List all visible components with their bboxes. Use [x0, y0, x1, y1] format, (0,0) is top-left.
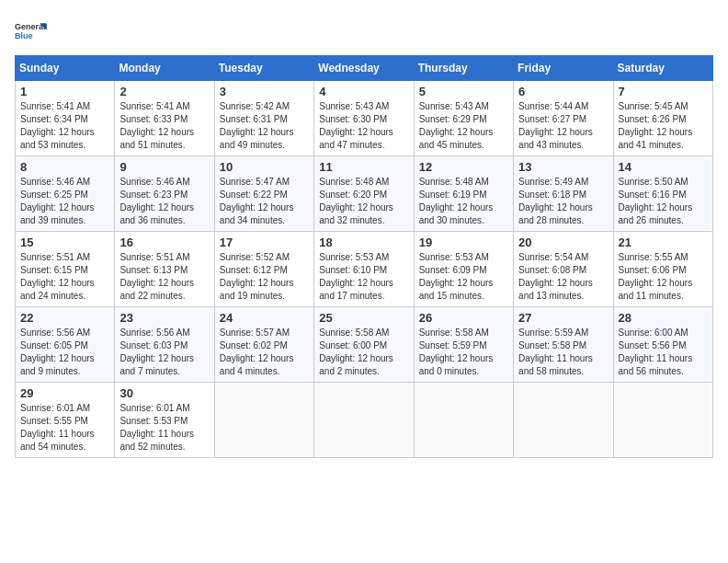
day-number: 6 [518, 85, 608, 98]
day-number: 19 [419, 236, 508, 249]
day-info: Sunrise: 5:59 AM Sunset: 5:58 PM Dayligh… [518, 327, 608, 378]
empty-cell [414, 383, 513, 458]
svg-text:General: General [15, 22, 46, 31]
day-number: 13 [518, 160, 608, 174]
day-number: 8 [20, 160, 109, 174]
empty-cell [314, 383, 414, 458]
day-info: Sunrise: 5:51 AM Sunset: 6:13 PM Dayligh… [119, 251, 209, 303]
day-number: 7 [619, 85, 708, 98]
logo-icon: GeneralBlue [15, 15, 48, 48]
header-friday: Friday [514, 56, 613, 81]
day-8: 8Sunrise: 5:46 AM Sunset: 6:25 PM Daylig… [16, 156, 115, 232]
empty-cell [214, 383, 313, 458]
day-info: Sunrise: 5:46 AM Sunset: 6:25 PM Dayligh… [20, 176, 109, 227]
logo: GeneralBlue [15, 15, 48, 48]
day-number: 2 [119, 85, 209, 98]
day-info: Sunrise: 5:52 AM Sunset: 6:12 PM Dayligh… [220, 251, 309, 303]
day-info: Sunrise: 5:53 AM Sunset: 6:10 PM Dayligh… [319, 251, 408, 303]
day-info: Sunrise: 5:58 AM Sunset: 6:00 PM Dayligh… [319, 327, 408, 378]
day-number: 21 [619, 236, 708, 249]
day-info: Sunrise: 5:56 AM Sunset: 6:03 PM Dayligh… [119, 327, 209, 378]
empty-cell [613, 383, 712, 458]
header-saturday: Saturday [613, 56, 712, 81]
day-number: 1 [20, 85, 109, 98]
day-number: 11 [319, 160, 408, 174]
calendar-header-row: SundayMondayTuesdayWednesdayThursdayFrid… [16, 56, 713, 81]
day-28: 28Sunrise: 6:00 AM Sunset: 5:56 PM Dayli… [613, 307, 712, 383]
header-monday: Monday [115, 56, 214, 81]
day-number: 27 [518, 311, 608, 325]
day-22: 22Sunrise: 5:56 AM Sunset: 6:05 PM Dayli… [16, 307, 115, 383]
day-number: 16 [119, 236, 209, 249]
day-11: 11Sunrise: 5:48 AM Sunset: 6:20 PM Dayli… [314, 156, 414, 232]
day-2: 2Sunrise: 5:41 AM Sunset: 6:33 PM Daylig… [115, 81, 214, 156]
day-info: Sunrise: 5:58 AM Sunset: 5:59 PM Dayligh… [419, 327, 508, 378]
day-27: 27Sunrise: 5:59 AM Sunset: 5:58 PM Dayli… [514, 307, 613, 383]
day-number: 20 [518, 236, 608, 249]
day-3: 3Sunrise: 5:42 AM Sunset: 6:31 PM Daylig… [214, 81, 313, 156]
day-info: Sunrise: 5:55 AM Sunset: 6:06 PM Dayligh… [619, 251, 708, 303]
day-number: 29 [20, 386, 109, 400]
svg-text:Blue: Blue [15, 31, 33, 40]
day-number: 15 [20, 236, 109, 249]
day-25: 25Sunrise: 5:58 AM Sunset: 6:00 PM Dayli… [314, 307, 414, 383]
day-info: Sunrise: 5:53 AM Sunset: 6:09 PM Dayligh… [419, 251, 508, 303]
day-6: 6Sunrise: 5:44 AM Sunset: 6:27 PM Daylig… [514, 81, 613, 156]
day-4: 4Sunrise: 5:43 AM Sunset: 6:30 PM Daylig… [314, 81, 414, 156]
day-number: 30 [119, 386, 209, 400]
page-header: GeneralBlue [15, 15, 713, 48]
calendar-table: SundayMondayTuesdayWednesdayThursdayFrid… [15, 55, 713, 458]
calendar-week-2: 8Sunrise: 5:46 AM Sunset: 6:25 PM Daylig… [16, 156, 713, 232]
header-sunday: Sunday [16, 56, 115, 81]
day-info: Sunrise: 5:44 AM Sunset: 6:27 PM Dayligh… [518, 100, 608, 152]
day-number: 3 [220, 85, 309, 98]
day-21: 21Sunrise: 5:55 AM Sunset: 6:06 PM Dayli… [613, 232, 712, 307]
calendar-week-4: 22Sunrise: 5:56 AM Sunset: 6:05 PM Dayli… [16, 307, 713, 383]
empty-cell [514, 383, 613, 458]
day-info: Sunrise: 5:47 AM Sunset: 6:22 PM Dayligh… [220, 176, 309, 227]
day-info: Sunrise: 5:46 AM Sunset: 6:23 PM Dayligh… [119, 176, 209, 227]
day-1: 1Sunrise: 5:41 AM Sunset: 6:34 PM Daylig… [16, 81, 115, 156]
day-info: Sunrise: 5:43 AM Sunset: 6:30 PM Dayligh… [319, 100, 408, 152]
day-number: 4 [319, 85, 408, 98]
day-number: 24 [220, 311, 309, 325]
day-info: Sunrise: 5:49 AM Sunset: 6:18 PM Dayligh… [518, 176, 608, 227]
day-number: 17 [220, 236, 309, 249]
day-info: Sunrise: 5:48 AM Sunset: 6:20 PM Dayligh… [319, 176, 408, 227]
day-number: 14 [619, 160, 708, 174]
day-15: 15Sunrise: 5:51 AM Sunset: 6:15 PM Dayli… [16, 232, 115, 307]
header-thursday: Thursday [414, 56, 513, 81]
day-12: 12Sunrise: 5:48 AM Sunset: 6:19 PM Dayli… [414, 156, 513, 232]
day-10: 10Sunrise: 5:47 AM Sunset: 6:22 PM Dayli… [214, 156, 313, 232]
header-tuesday: Tuesday [214, 56, 313, 81]
day-info: Sunrise: 5:42 AM Sunset: 6:31 PM Dayligh… [220, 100, 309, 152]
day-info: Sunrise: 5:45 AM Sunset: 6:26 PM Dayligh… [619, 100, 708, 152]
day-info: Sunrise: 5:51 AM Sunset: 6:15 PM Dayligh… [20, 251, 109, 303]
day-29: 29Sunrise: 6:01 AM Sunset: 5:55 PM Dayli… [16, 383, 115, 458]
day-20: 20Sunrise: 5:54 AM Sunset: 6:08 PM Dayli… [514, 232, 613, 307]
day-9: 9Sunrise: 5:46 AM Sunset: 6:23 PM Daylig… [115, 156, 214, 232]
calendar-week-3: 15Sunrise: 5:51 AM Sunset: 6:15 PM Dayli… [16, 232, 713, 307]
day-info: Sunrise: 5:41 AM Sunset: 6:34 PM Dayligh… [20, 100, 109, 152]
day-info: Sunrise: 5:56 AM Sunset: 6:05 PM Dayligh… [20, 327, 109, 378]
day-info: Sunrise: 5:54 AM Sunset: 6:08 PM Dayligh… [518, 251, 608, 303]
day-30: 30Sunrise: 6:01 AM Sunset: 5:53 PM Dayli… [115, 383, 214, 458]
day-number: 22 [20, 311, 109, 325]
day-number: 25 [319, 311, 408, 325]
header-wednesday: Wednesday [314, 56, 414, 81]
day-17: 17Sunrise: 5:52 AM Sunset: 6:12 PM Dayli… [214, 232, 313, 307]
day-info: Sunrise: 6:01 AM Sunset: 5:55 PM Dayligh… [20, 402, 109, 454]
day-number: 23 [119, 311, 209, 325]
day-info: Sunrise: 5:48 AM Sunset: 6:19 PM Dayligh… [419, 176, 508, 227]
day-number: 5 [419, 85, 508, 98]
day-number: 10 [220, 160, 309, 174]
day-5: 5Sunrise: 5:43 AM Sunset: 6:29 PM Daylig… [414, 81, 513, 156]
day-19: 19Sunrise: 5:53 AM Sunset: 6:09 PM Dayli… [414, 232, 513, 307]
calendar-week-1: 1Sunrise: 5:41 AM Sunset: 6:34 PM Daylig… [16, 81, 713, 156]
day-number: 28 [619, 311, 708, 325]
day-24: 24Sunrise: 5:57 AM Sunset: 6:02 PM Dayli… [214, 307, 313, 383]
calendar-week-5: 29Sunrise: 6:01 AM Sunset: 5:55 PM Dayli… [16, 383, 713, 458]
day-18: 18Sunrise: 5:53 AM Sunset: 6:10 PM Dayli… [314, 232, 414, 307]
day-info: Sunrise: 6:00 AM Sunset: 5:56 PM Dayligh… [619, 327, 708, 378]
day-info: Sunrise: 5:41 AM Sunset: 6:33 PM Dayligh… [119, 100, 209, 152]
